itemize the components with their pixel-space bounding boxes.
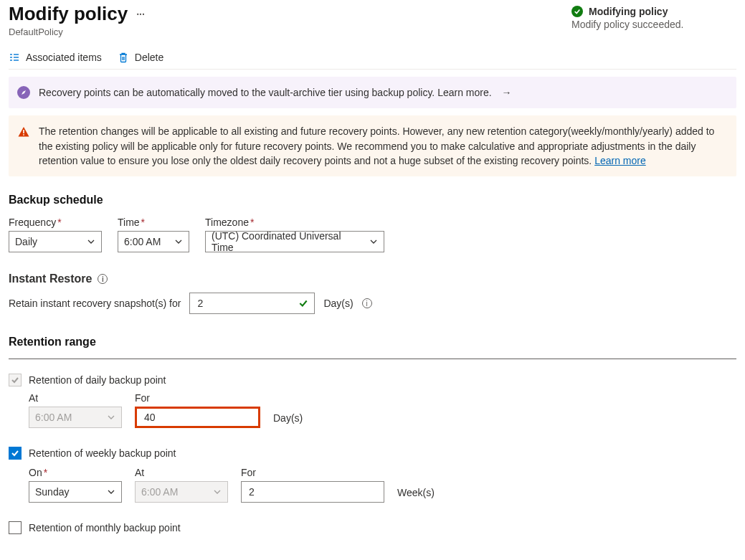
instant-restore-input-field[interactable]	[196, 297, 298, 310]
daily-at-value: 6:00 AM	[35, 412, 72, 423]
frequency-select[interactable]: Daily	[9, 231, 102, 252]
daily-at-label: At	[29, 392, 122, 404]
daily-retention-label: Retention of daily backup point	[29, 374, 166, 386]
retention-range-heading: Retention range	[9, 336, 736, 348]
weekly-retention-label: Retention of weekly backup point	[29, 447, 176, 459]
chevron-down-icon	[107, 488, 115, 496]
time-label: Time	[118, 217, 140, 228]
chevron-down-icon	[107, 413, 115, 422]
svg-rect-10	[23, 134, 24, 136]
weekly-on-select[interactable]: Sunday	[29, 481, 122, 503]
time-select[interactable]: 6:00 AM	[118, 231, 189, 252]
delete-label: Delete	[135, 52, 163, 63]
weekly-on-label: On	[29, 467, 42, 478]
svg-rect-9	[23, 130, 24, 133]
weekly-at-select: 6:00 AM	[135, 481, 228, 503]
warning-icon	[17, 125, 30, 138]
frequency-label: Frequency	[9, 217, 56, 228]
daily-at-select: 6:00 AM	[29, 407, 122, 428]
daily-retention-checkbox	[9, 374, 22, 386]
chevron-down-icon	[174, 237, 183, 246]
weekly-for-input[interactable]	[241, 481, 384, 503]
time-value: 6:00 AM	[124, 236, 161, 247]
retention-warning-banner: The retention changes will be applicable…	[9, 115, 736, 176]
list-icon	[9, 52, 20, 63]
status-heading: Modifying policy	[589, 6, 668, 17]
archive-tier-info-banner: Recovery points can be automatically mov…	[9, 77, 736, 108]
learn-more-link[interactable]: Learn more	[594, 155, 646, 166]
success-icon	[571, 6, 583, 17]
timezone-value: (UTC) Coordinated Universal Time	[212, 230, 362, 253]
info-icon[interactable]: i	[362, 298, 372, 308]
instant-restore-heading: Instant Restore	[9, 272, 92, 285]
check-icon	[298, 298, 308, 308]
instant-restore-unit: Day(s)	[323, 298, 353, 309]
more-actions-button[interactable]: ···	[136, 9, 145, 20]
associated-items-button[interactable]: Associated items	[9, 52, 102, 63]
section-divider	[9, 359, 736, 359]
associated-items-label: Associated items	[26, 52, 102, 63]
daily-for-input[interactable]	[135, 407, 260, 428]
compass-icon	[17, 86, 30, 99]
svg-marker-8	[22, 90, 26, 95]
info-banner-text: Recovery points can be automatically mov…	[39, 87, 492, 98]
delete-button[interactable]: Delete	[118, 52, 163, 63]
arrow-right-icon[interactable]: →	[502, 87, 512, 98]
page-title: Modify policy	[9, 3, 128, 25]
daily-for-input-field[interactable]	[143, 411, 252, 424]
timezone-select[interactable]: (UTC) Coordinated Universal Time	[205, 231, 384, 252]
timezone-label: Timezone	[205, 217, 249, 228]
chevron-down-icon	[213, 488, 222, 496]
weekly-at-label: At	[135, 467, 228, 478]
trash-icon	[118, 52, 129, 63]
policy-name-subtitle: DefaultPolicy	[9, 27, 145, 37]
weekly-on-value: Sunday	[35, 486, 69, 498]
weekly-for-label: For	[241, 467, 384, 478]
weekly-for-input-field[interactable]	[247, 485, 378, 498]
daily-for-label: For	[135, 392, 260, 404]
weekly-retention-checkbox[interactable]	[9, 447, 22, 460]
info-icon[interactable]: i	[98, 274, 108, 284]
weekly-at-value: 6:00 AM	[141, 486, 178, 498]
monthly-retention-checkbox[interactable]	[9, 521, 22, 534]
status-message: Modify policy succeeded.	[571, 19, 736, 30]
frequency-value: Daily	[15, 236, 37, 247]
chevron-down-icon	[87, 237, 95, 246]
instant-restore-value-input[interactable]	[189, 293, 315, 314]
instant-restore-label: Retain instant recovery snapshot(s) for	[9, 298, 181, 309]
chevron-down-icon	[369, 237, 378, 246]
weekly-unit: Week(s)	[397, 487, 435, 498]
monthly-retention-label: Retention of monthly backup point	[29, 522, 181, 533]
backup-schedule-heading: Backup schedule	[9, 194, 736, 207]
daily-unit: Day(s)	[273, 412, 303, 424]
